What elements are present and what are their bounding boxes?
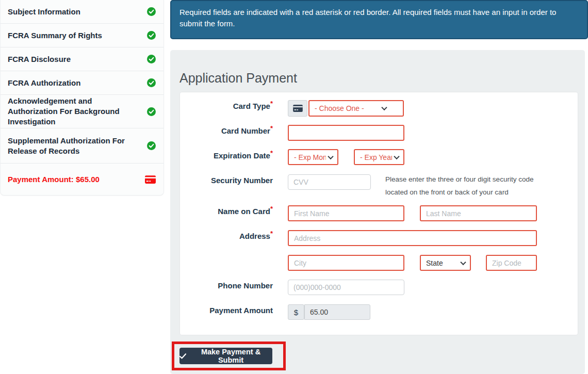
cvv-help-text: Please enter the three or four digit sec… [385, 173, 550, 199]
sidebar-item-fcra-authorization[interactable]: FCRA Authorization [1, 71, 164, 95]
phone-number-label: Phone Number [180, 281, 273, 290]
exp-year-selected-value: - Exp Year - [360, 153, 392, 161]
credit-card-icon [145, 175, 156, 184]
check-circle-icon [147, 31, 156, 40]
exp-year-select[interactable]: - Exp Year - [354, 149, 404, 165]
cvv-input[interactable] [288, 174, 371, 190]
sidebar-item-label: FCRA Disclosure [8, 54, 143, 64]
steps-sidebar: Subject Information FCRA Summary of Righ… [0, 0, 164, 196]
required-asterisk: * [270, 230, 273, 237]
required-asterisk: * [270, 149, 273, 157]
expiration-date-label: Expiration Date* [180, 151, 273, 160]
sidebar-item-label: FCRA Summary of Rights [8, 30, 143, 41]
name-on-card-label: Name on Card* [180, 207, 273, 216]
chevron-down-icon [460, 259, 466, 265]
dollar-sign: $ [294, 308, 298, 317]
chevron-down-icon [381, 105, 387, 110]
card-type-addon [288, 100, 307, 117]
city-input[interactable] [288, 255, 404, 271]
sidebar-item-fcra-disclosure[interactable]: FCRA Disclosure [1, 47, 164, 71]
first-name-input[interactable] [288, 205, 404, 221]
address-input[interactable] [288, 230, 537, 246]
sidebar-item-label: Payment Amount: $65.00 [8, 174, 143, 185]
page-title: Application Payment [179, 71, 297, 86]
chevron-down-icon [328, 153, 333, 159]
state-select[interactable]: State [420, 255, 471, 271]
payment-panel: Application Payment Card Type* - Choose … [170, 50, 585, 374]
payment-amount-label: Payment Amount [180, 306, 273, 315]
sidebar-item-fcra-summary[interactable]: FCRA Summary of Rights [1, 24, 164, 47]
make-payment-submit-button[interactable]: Make Payment & Submit [179, 348, 272, 364]
phone-number-input[interactable] [288, 280, 404, 295]
card-number-label: Card Number* [180, 126, 273, 135]
state-selected-value: State [426, 259, 443, 267]
sidebar-item-label: Subject Information [8, 7, 143, 17]
application-payment-page: Subject Information FCRA Summary of Righ… [0, 0, 588, 374]
card-type-label: Card Type* [180, 102, 273, 110]
card-type-selected-value: - Choose One - [315, 104, 364, 112]
currency-addon: $ [288, 304, 304, 320]
exp-month-selected-value: - Exp Month - [294, 153, 326, 161]
sidebar-item-payment-amount[interactable]: Payment Amount: $65.00 [1, 164, 164, 195]
exp-month-select[interactable]: - Exp Month - [288, 149, 338, 165]
payment-form-card: Card Type* - Choose One - Card Number* E… [179, 92, 578, 335]
sidebar-item-supplemental-authorization[interactable]: Supplemental Authorization For Release o… [1, 128, 164, 164]
check-circle-icon [147, 55, 156, 63]
credit-card-icon [293, 105, 303, 112]
required-asterisk: * [270, 124, 273, 132]
check-circle-icon [147, 7, 156, 16]
submit-button-label: Make Payment & Submit [189, 348, 272, 364]
banner-text: Required fields are indicated with a red… [179, 8, 556, 28]
last-name-input[interactable] [420, 205, 537, 221]
sidebar-item-subject-information[interactable]: Subject Information [1, 0, 164, 24]
chevron-down-icon [394, 153, 399, 159]
payment-amount-input [304, 304, 370, 320]
required-asterisk: * [270, 100, 273, 107]
sidebar-item-label: Supplemental Authorization For Release o… [8, 136, 143, 156]
sidebar-item-label: FCRA Authorization [8, 78, 143, 88]
required-asterisk: * [270, 205, 273, 213]
card-number-input[interactable] [288, 125, 404, 141]
sidebar-item-label: Acknowledgement and Authorization For Ba… [8, 96, 143, 127]
zip-code-input[interactable] [486, 255, 537, 271]
check-icon [179, 353, 186, 359]
security-number-label: Security Number [180, 176, 273, 185]
check-circle-icon [147, 141, 156, 150]
sidebar-item-acknowledgement-authorization[interactable]: Acknowledgement and Authorization For Ba… [1, 95, 164, 128]
check-circle-icon [147, 107, 156, 116]
required-fields-banner: Required fields are indicated with a red… [170, 0, 588, 39]
address-label: Address* [180, 232, 273, 240]
card-type-select[interactable]: - Choose One - [308, 100, 404, 117]
check-circle-icon [147, 78, 156, 87]
